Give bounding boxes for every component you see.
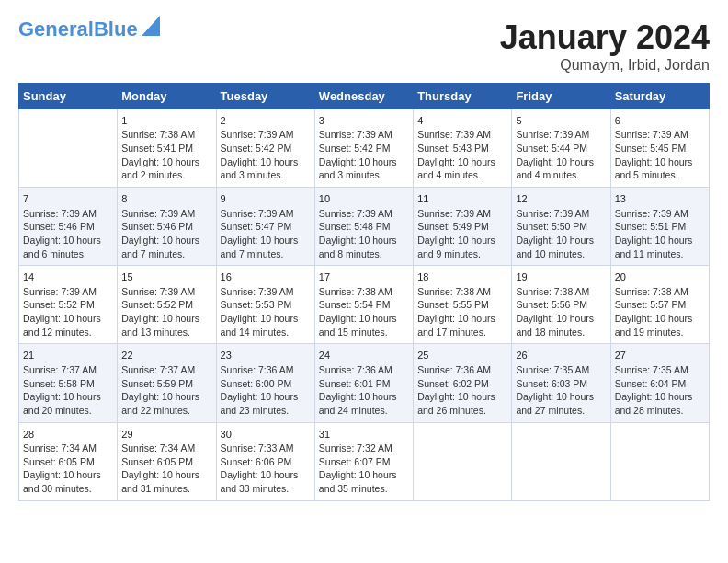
sunrise: Sunrise: 7:39 AM	[417, 207, 507, 221]
calendar-day-35	[610, 422, 709, 500]
header-row: Sunday Monday Tuesday Wednesday Thursday…	[19, 84, 710, 109]
calendar-day-19: 18 Sunrise: 7:38 AM Sunset: 5:55 PM Dayl…	[414, 266, 512, 344]
calendar-day-12: 11 Sunrise: 7:39 AM Sunset: 5:49 PM Dayl…	[414, 188, 512, 266]
day-number: 4	[417, 114, 507, 128]
day-number: 14	[23, 270, 113, 284]
calendar-day-10: 9 Sunrise: 7:39 AM Sunset: 5:47 PM Dayli…	[216, 188, 314, 266]
sunset: Sunset: 5:59 PM	[121, 377, 211, 391]
daylight: Daylight: 10 hours and 8 minutes.	[319, 234, 409, 260]
calendar-day-18: 17 Sunrise: 7:38 AM Sunset: 5:54 PM Dayl…	[314, 266, 413, 344]
calendar-day-28: 27 Sunrise: 7:35 AM Sunset: 6:04 PM Dayl…	[610, 344, 709, 422]
day-number: 3	[319, 114, 409, 128]
day-number: 22	[121, 349, 211, 362]
daylight: Daylight: 10 hours and 4 minutes.	[516, 155, 606, 182]
day-number: 8	[121, 192, 211, 206]
sunrise: Sunrise: 7:39 AM	[121, 285, 211, 299]
daylight: Daylight: 10 hours and 2 minutes.	[121, 155, 211, 182]
sunrise: Sunrise: 7:39 AM	[221, 285, 311, 299]
sunset: Sunset: 5:42 PM	[319, 142, 409, 155]
calendar-day-7: 6 Sunrise: 7:39 AM Sunset: 5:45 PM Dayli…	[610, 109, 709, 188]
sunrise: Sunrise: 7:37 AM	[23, 363, 113, 377]
day-number: 30	[221, 428, 311, 442]
day-number: 24	[319, 349, 409, 362]
day-number: 18	[417, 270, 507, 284]
daylight: Daylight: 10 hours and 31 minutes.	[121, 468, 211, 495]
calendar-day-22: 21 Sunrise: 7:37 AM Sunset: 5:58 PM Dayl…	[19, 344, 118, 422]
calendar-day-23: 22 Sunrise: 7:37 AM Sunset: 5:59 PM Dayl…	[118, 344, 216, 422]
daylight: Daylight: 10 hours and 14 minutes.	[221, 312, 311, 339]
calendar-day-34	[512, 422, 610, 500]
logo-text: GeneralBlue	[18, 18, 138, 40]
day-number: 1	[121, 114, 211, 128]
day-number: 2	[221, 114, 311, 128]
calendar-table: Sunday Monday Tuesday Wednesday Thursday…	[18, 83, 710, 501]
sunrise: Sunrise: 7:38 AM	[615, 285, 705, 299]
daylight: Daylight: 10 hours and 35 minutes.	[319, 468, 409, 495]
sunset: Sunset: 5:47 PM	[221, 220, 311, 234]
day-number: 23	[221, 349, 311, 362]
calendar-week-4: 21 Sunrise: 7:37 AM Sunset: 5:58 PM Dayl…	[19, 344, 710, 422]
sunrise: Sunrise: 7:38 AM	[516, 285, 606, 299]
sunset: Sunset: 6:02 PM	[417, 377, 507, 391]
daylight: Daylight: 10 hours and 15 minutes.	[319, 312, 409, 339]
calendar-day-13: 12 Sunrise: 7:39 AM Sunset: 5:50 PM Dayl…	[512, 188, 610, 266]
calendar-day-31: 30 Sunrise: 7:33 AM Sunset: 6:06 PM Dayl…	[216, 422, 314, 500]
day-number: 29	[121, 428, 211, 442]
day-number: 27	[615, 349, 705, 362]
sunrise: Sunrise: 7:37 AM	[121, 363, 211, 377]
daylight: Daylight: 10 hours and 7 minutes.	[121, 234, 211, 260]
calendar-day-6: 5 Sunrise: 7:39 AM Sunset: 5:44 PM Dayli…	[512, 109, 610, 188]
sunrise: Sunrise: 7:39 AM	[516, 207, 606, 221]
sunset: Sunset: 6:00 PM	[221, 377, 311, 391]
sunrise: Sunrise: 7:39 AM	[23, 285, 113, 299]
daylight: Daylight: 10 hours and 22 minutes.	[121, 390, 211, 417]
sunrise: Sunrise: 7:38 AM	[319, 285, 409, 299]
sunset: Sunset: 5:58 PM	[23, 377, 113, 391]
calendar-day-11: 10 Sunrise: 7:39 AM Sunset: 5:48 PM Dayl…	[314, 188, 413, 266]
calendar-day-4: 3 Sunrise: 7:39 AM Sunset: 5:42 PM Dayli…	[314, 109, 413, 188]
calendar-week-2: 7 Sunrise: 7:39 AM Sunset: 5:46 PM Dayli…	[19, 188, 710, 266]
day-number: 10	[319, 192, 409, 206]
sunrise: Sunrise: 7:39 AM	[23, 207, 113, 221]
sunrise: Sunrise: 7:39 AM	[121, 207, 211, 221]
sunset: Sunset: 6:07 PM	[319, 455, 409, 469]
daylight: Daylight: 10 hours and 12 minutes.	[23, 312, 113, 339]
daylight: Daylight: 10 hours and 6 minutes.	[23, 234, 113, 260]
sunrise: Sunrise: 7:34 AM	[23, 442, 113, 455]
sunrise: Sunrise: 7:38 AM	[417, 285, 507, 299]
sunrise: Sunrise: 7:36 AM	[221, 363, 311, 377]
sunrise: Sunrise: 7:35 AM	[516, 363, 606, 377]
sunset: Sunset: 5:42 PM	[221, 142, 311, 155]
header-wednesday: Wednesday	[314, 84, 413, 109]
header-sunday: Sunday	[19, 84, 118, 109]
sunset: Sunset: 5:44 PM	[516, 142, 606, 155]
sunset: Sunset: 5:56 PM	[516, 298, 606, 312]
calendar-day-2: 1 Sunrise: 7:38 AM Sunset: 5:41 PM Dayli…	[118, 109, 216, 188]
sunset: Sunset: 5:41 PM	[121, 142, 211, 155]
calendar-day-26: 25 Sunrise: 7:36 AM Sunset: 6:02 PM Dayl…	[414, 344, 512, 422]
calendar-day-24: 23 Sunrise: 7:36 AM Sunset: 6:00 PM Dayl…	[216, 344, 314, 422]
day-number: 19	[516, 270, 606, 284]
daylight: Daylight: 10 hours and 4 minutes.	[417, 155, 507, 182]
sunset: Sunset: 5:48 PM	[319, 220, 409, 234]
daylight: Daylight: 10 hours and 9 minutes.	[417, 234, 507, 260]
day-number: 17	[319, 270, 409, 284]
sunset: Sunset: 5:43 PM	[417, 142, 507, 155]
sunrise: Sunrise: 7:39 AM	[319, 128, 409, 142]
header-saturday: Saturday	[610, 84, 709, 109]
day-number: 7	[23, 192, 113, 206]
sunrise: Sunrise: 7:39 AM	[221, 128, 311, 142]
calendar-day-3: 2 Sunrise: 7:39 AM Sunset: 5:42 PM Dayli…	[216, 109, 314, 188]
sunset: Sunset: 6:01 PM	[319, 377, 409, 391]
sunset: Sunset: 6:06 PM	[221, 455, 311, 469]
sunrise: Sunrise: 7:39 AM	[221, 207, 311, 221]
sunset: Sunset: 5:52 PM	[23, 298, 113, 312]
daylight: Daylight: 10 hours and 3 minutes.	[319, 155, 409, 182]
daylight: Daylight: 10 hours and 27 minutes.	[516, 390, 606, 417]
sunrise: Sunrise: 7:34 AM	[121, 442, 211, 455]
sunrise: Sunrise: 7:38 AM	[121, 128, 211, 142]
svg-marker-0	[142, 16, 160, 36]
daylight: Daylight: 10 hours and 28 minutes.	[615, 390, 705, 417]
calendar-day-33	[414, 422, 512, 500]
sunrise: Sunrise: 7:39 AM	[516, 128, 606, 142]
